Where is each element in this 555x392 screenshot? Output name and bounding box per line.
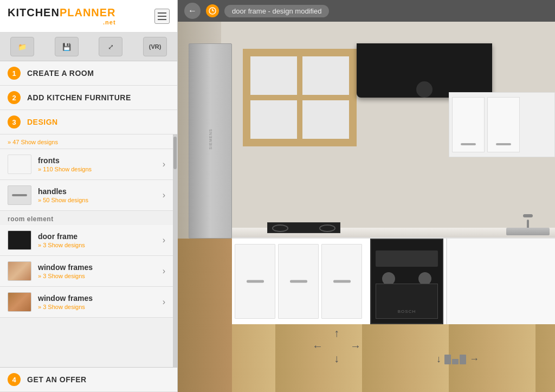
- fronts-chevron: ›: [163, 159, 165, 169]
- hob-ring-2: [319, 224, 335, 232]
- window-frames-1-item[interactable]: window frames » 3 Show designs ›: [0, 256, 173, 287]
- arrow-left[interactable]: ←: [312, 340, 323, 352]
- clock-icon: [209, 7, 216, 15]
- window-frames-1-chevron: ›: [163, 266, 165, 276]
- base-cabinets: [232, 237, 555, 324]
- design-content: » 47 Show designs fronts » 110 Show desi…: [0, 134, 173, 367]
- oven-door: [376, 284, 438, 319]
- window-frames-2-item[interactable]: window frames » 3 Show designs ›: [0, 287, 173, 318]
- menu-button[interactable]: [154, 9, 170, 24]
- menu-line-3: [158, 19, 166, 20]
- step-1-label: CREATE A ROOM: [27, 69, 94, 78]
- cabinet-door-3: [321, 244, 362, 319]
- hob-ring-1: [272, 224, 288, 232]
- 3d-scene[interactable]: ↑ ↓ ← → ↓ →: [178, 22, 555, 392]
- refrigerator: [189, 43, 232, 239]
- oven-display: [376, 250, 438, 267]
- timer-icon: [206, 4, 219, 17]
- right-cabinet: [446, 239, 555, 324]
- fronts-item[interactable]: fronts » 110 Show designs ›: [0, 149, 173, 180]
- logo-net: .net: [8, 19, 116, 25]
- header: KITCHENPLANNER .net: [0, 0, 177, 33]
- window-frames-1-sub: » 3 Show designs: [38, 273, 163, 279]
- sink: [506, 228, 550, 235]
- window-frames-2-info: window frames » 3 Show designs: [38, 294, 163, 310]
- scrollbar[interactable]: [173, 134, 177, 367]
- top-bar: ← door frame - design modified: [178, 0, 555, 22]
- door-frame-name: door frame: [38, 232, 163, 241]
- oven: [370, 239, 443, 324]
- view-box-group[interactable]: [444, 355, 466, 364]
- partial-designs-item[interactable]: » 47 Show designs: [0, 134, 173, 149]
- window-frames-2-sub: » 3 Show designs: [38, 304, 163, 310]
- step-3-number: 3: [8, 115, 21, 128]
- arrow-right[interactable]: →: [350, 340, 361, 352]
- upper-handle-2: [496, 143, 511, 145]
- range-hood: [357, 43, 492, 98]
- arrow-up[interactable]: ↑: [334, 327, 339, 339]
- step-2-add-furniture[interactable]: 2 ADD KITCHEN FURNITURE: [0, 86, 177, 110]
- cabinet-handle-2: [290, 280, 307, 283]
- partial-designs-sub: » 47 Show designs: [8, 139, 58, 145]
- handles-name: handles: [38, 187, 163, 196]
- step-2-label: ADD KITCHEN FURNITURE: [27, 93, 131, 102]
- fronts-thumb: [8, 155, 31, 174]
- cabinet-door-2: [278, 244, 319, 319]
- floor: [232, 324, 555, 392]
- window-frames-1-info: window frames » 3 Show designs: [38, 263, 163, 279]
- fronts-sub: » 110 Show designs: [38, 166, 163, 172]
- logo-planner: PLANNER: [60, 7, 116, 18]
- scroll-wrapper: » 47 Show designs fronts » 110 Show desi…: [0, 134, 177, 367]
- window-frames-2-name: window frames: [38, 294, 163, 303]
- right-panel: ← door frame - design modified: [178, 0, 555, 392]
- handles-sub: » 50 Show designs: [38, 197, 163, 203]
- left-panel: KITCHENPLANNER .net 📁 💾 ⤢ (VR) 1 CREATE …: [0, 0, 178, 392]
- handles-item[interactable]: handles » 50 Show designs ›: [0, 180, 173, 211]
- window-frame-3d: [243, 49, 357, 146]
- fronts-info: fronts » 110 Show designs: [38, 156, 163, 172]
- door-frame-thumb: [8, 230, 31, 250]
- step-1-create-room[interactable]: 1 CREATE A ROOM: [0, 61, 177, 86]
- step-2-number: 2: [8, 91, 21, 104]
- view-box-tall-2: [460, 355, 466, 364]
- upper-handle-1: [461, 143, 476, 145]
- view-down-arrow[interactable]: ↓: [436, 354, 441, 365]
- logo-kitchen: KITCHEN: [8, 7, 60, 18]
- upper-door-1: [452, 97, 485, 152]
- menu-line-2: [158, 16, 166, 17]
- induction-hob: [267, 222, 340, 233]
- cabinet-handle-3: [333, 280, 351, 283]
- room-element-section: room element: [0, 211, 173, 225]
- save-button[interactable]: 💾: [55, 37, 79, 56]
- logo: KITCHENPLANNER .net: [8, 7, 116, 25]
- navigation-arrows: ↑ ↓ ← →: [312, 327, 361, 365]
- back-button[interactable]: ←: [184, 3, 201, 19]
- kitchen-render: ↑ ↓ ← → ↓ →: [178, 22, 555, 392]
- toolbar: 📁 💾 ⤢ (VR): [0, 33, 177, 61]
- window-frames-1-name: window frames: [38, 263, 163, 272]
- fronts-name: fronts: [38, 156, 163, 165]
- handles-info: handles » 50 Show designs: [38, 187, 163, 203]
- step-4-label: GET AN OFFER: [27, 375, 87, 384]
- floor-left: [178, 239, 232, 392]
- window-frames-1-thumb: [8, 261, 31, 281]
- step-3-design[interactable]: 3 DESIGN: [0, 110, 177, 134]
- view-box-short: [452, 359, 459, 364]
- door-frame-info: door frame » 3 Show designs: [38, 232, 163, 248]
- door-frame-chevron: ›: [163, 235, 165, 245]
- step-4-get-offer[interactable]: 4 GET AN OFFER: [0, 367, 177, 392]
- view-box-tall: [444, 355, 451, 364]
- step-1-number: 1: [8, 67, 21, 80]
- expand-button[interactable]: ⤢: [99, 37, 122, 56]
- folder-button[interactable]: 📁: [10, 37, 34, 56]
- window-frames-2-chevron: ›: [163, 297, 165, 307]
- window-divider-vertical: [297, 56, 302, 139]
- door-frame-item[interactable]: door frame » 3 Show designs ›: [0, 225, 173, 256]
- vr-button[interactable]: (VR): [143, 37, 167, 56]
- window-frames-2-thumb: [8, 292, 31, 312]
- arrow-down[interactable]: ↓: [334, 352, 339, 365]
- upper-cabinet: [449, 92, 555, 157]
- breadcrumb: door frame - design modified: [224, 5, 329, 17]
- step-3-label: DESIGN: [27, 118, 58, 126]
- view-side-arrow[interactable]: →: [469, 354, 479, 365]
